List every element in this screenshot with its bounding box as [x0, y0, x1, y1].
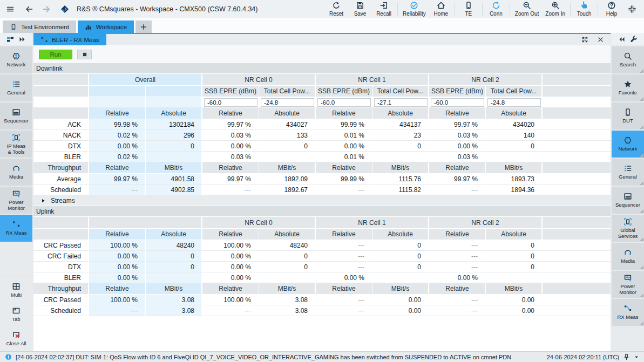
help-button[interactable]: Help: [600, 0, 623, 18]
sidebar-item-favorite[interactable]: Favorite: [612, 74, 644, 101]
pin-icon[interactable]: [623, 353, 630, 360]
zoom-out-button[interactable]: Zoom Out: [512, 0, 542, 18]
menu-button[interactable]: [0, 0, 21, 18]
sidebar-item-search[interactable]: Search: [612, 46, 644, 73]
sidebar-item-dut[interactable]: DUT: [612, 103, 644, 129]
table-row: Average99.97 %4901.5899.97 %1892.0999.99…: [33, 174, 611, 185]
save-button[interactable]: Save: [348, 0, 372, 18]
sidebar-item-power-monitor[interactable]: Power Monitor: [0, 187, 32, 214]
tab-label: Workspace: [96, 24, 127, 30]
collapse-toolbar-button[interactable]: [623, 0, 641, 18]
left-sidebar-spacer: [0, 243, 32, 276]
power-cell: -60.0: [429, 97, 486, 108]
power-input[interactable]: -60.0: [317, 98, 371, 107]
row-label: BLER: [33, 152, 89, 162]
add-tab-button[interactable]: [135, 21, 152, 33]
power-input[interactable]: -60.0: [204, 98, 257, 107]
home-button[interactable]: Home: [429, 0, 453, 18]
sidebar-item-general[interactable]: General: [612, 159, 644, 186]
value-cell: 100.00 %: [89, 295, 146, 305]
value-cell: ---: [429, 305, 486, 316]
sidebar-item-ip-meas-tools[interactable]: IP Meas & Tools: [0, 131, 32, 158]
wrench-icon[interactable]: [629, 35, 638, 44]
column-header: Relative: [316, 229, 372, 240]
power-input[interactable]: -27.1: [374, 98, 428, 107]
table-spacer: [543, 262, 611, 272]
sidebar-item-close-all[interactable]: Close All: [0, 327, 32, 351]
window-tab-bler-rx-meas[interactable]: BLER - RX Meas: [33, 34, 106, 45]
sidebar-item-label: Media: [621, 258, 635, 264]
value-cell: 0.00 %: [89, 251, 146, 262]
sidebar-item-power-monitor[interactable]: Power Monitor: [612, 271, 644, 298]
streams-expander[interactable]: Streams: [33, 195, 611, 206]
value-cell: 0.00 %: [202, 141, 259, 152]
sidebar-item-general[interactable]: General: [0, 74, 32, 101]
rx-meas-icon: [40, 36, 48, 44]
value-cell: ---: [429, 262, 486, 272]
sidebar-item-sequencer[interactable]: Sequencer: [0, 103, 32, 129]
chevrons-right-icon[interactable]: [18, 35, 26, 44]
zoom-out-icon: [523, 1, 531, 10]
general-icon: [12, 80, 21, 88]
left-sidebar-bottom-items: MultiTabClose All: [0, 278, 32, 351]
toolbar-button-label: Home: [434, 11, 449, 17]
value-cell: 99.97 %: [202, 119, 259, 130]
toolbar-button-label: Zoom Out: [515, 11, 539, 17]
row-label: NACK: [33, 130, 89, 141]
value-cell: 100.00 %: [202, 295, 259, 305]
value-cell: 0: [146, 251, 202, 262]
tab-workspace[interactable]: Workspace: [78, 21, 134, 33]
power-input[interactable]: -24.8: [487, 98, 541, 107]
close-icon[interactable]: [597, 36, 604, 43]
chevrons-left-icon[interactable]: [618, 35, 626, 44]
search-icon: [623, 52, 632, 60]
value-cell: 296: [146, 130, 202, 141]
left-sidebar-items: NetworkGeneralSequencerIP Meas & ToolsMe…: [0, 46, 32, 243]
sidebar-item-tab[interactable]: Tab: [0, 303, 32, 326]
group-header: Overall: [89, 74, 202, 86]
touch-button[interactable]: Touch: [572, 0, 596, 18]
zoom-in-button[interactable]: Zoom In: [542, 0, 568, 18]
value-cell: 0.03 %: [429, 152, 486, 162]
table-spacer: [543, 295, 611, 305]
table-row: BLER0.00 %0.00 %0.00 %0.00 %: [33, 272, 611, 283]
reliability-button[interactable]: Reliability: [399, 0, 429, 18]
sidebar-item-label: Media: [9, 174, 23, 180]
panes-icon[interactable]: [6, 35, 15, 44]
fullscreen-icon[interactable]: [581, 36, 588, 43]
column-header: Absolute: [372, 229, 429, 240]
sidebar-item-rx-meas[interactable]: RX Meas: [0, 215, 32, 242]
value-cell: 0.00 %: [202, 251, 259, 262]
reset-button[interactable]: Reset: [324, 0, 348, 18]
te-button[interactable]: TE: [457, 0, 480, 18]
stop-button[interactable]: [77, 50, 92, 59]
forward-button[interactable]: [38, 0, 55, 18]
power-input[interactable]: -24.8: [261, 98, 314, 107]
tab-test-environment[interactable]: Test Environment: [3, 21, 76, 33]
sidebar-item-sequencer[interactable]: Sequencer: [612, 187, 644, 214]
row-label-header: [33, 97, 89, 108]
sidebar-item-media[interactable]: Media: [612, 243, 644, 270]
run-button[interactable]: Run: [39, 50, 72, 59]
throughput-header-row: ThroughputRelativeMBit/sRelativeMBit/sRe…: [33, 283, 611, 295]
back-button[interactable]: [21, 0, 38, 18]
column-header: Absolute: [486, 229, 543, 240]
column-header: MBit/s: [486, 162, 543, 174]
power-input[interactable]: -60.0: [431, 98, 484, 107]
row-label-header: [33, 74, 89, 86]
sidebar-item-network[interactable]: Network: [0, 46, 32, 73]
caret-down-icon[interactable]: [634, 354, 639, 360]
value-cell: 99.97 %: [202, 174, 259, 185]
table-input-row: -60.0-24.8-60.0-27.1-60.0-24.8: [33, 97, 611, 108]
conn-button[interactable]: Conn: [484, 0, 508, 18]
sidebar-item-rx-meas[interactable]: RX Meas: [612, 299, 644, 326]
sidebar-item-multi[interactable]: Multi: [0, 278, 32, 302]
sidebar-item-network[interactable]: Network: [612, 131, 644, 158]
sidebar-item-media[interactable]: Media: [0, 159, 32, 186]
recall-button[interactable]: Recall: [372, 0, 396, 18]
status-clock: 24-06-2024 02:20:11 (UTC): [547, 354, 619, 360]
table-group-header-row: NR Cell 0NR Cell 1NR Cell 2: [33, 217, 611, 229]
sidebar-item-global-services[interactable]: Global Services: [612, 215, 644, 242]
column-header: Absolute: [146, 229, 202, 240]
table-spacer: [543, 229, 611, 240]
